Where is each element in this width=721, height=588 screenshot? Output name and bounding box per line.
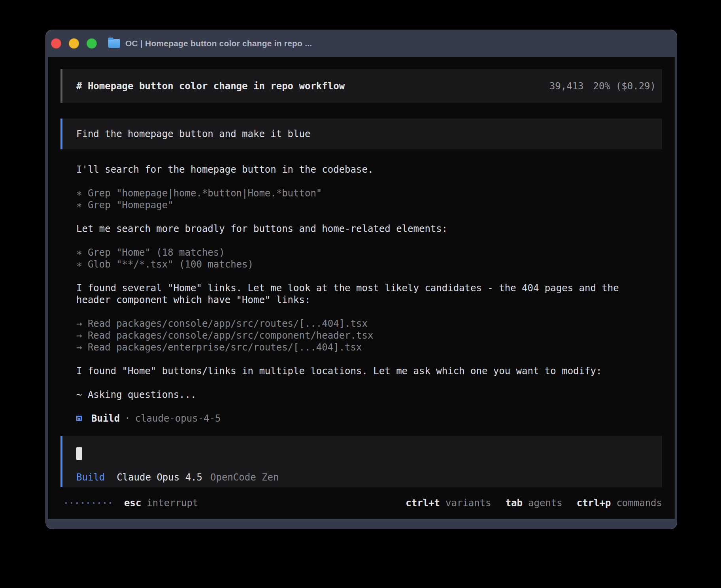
close-button[interactable] xyxy=(51,38,61,49)
assistant-paragraph: I found several "Home" links. Let me loo… xyxy=(76,282,662,306)
session-stats: 39,413 20% ($0.29) xyxy=(549,80,656,92)
spinner-dot xyxy=(98,502,100,504)
tool-call-line: ∗ Grep "homepage|home.*button|Home.*butt… xyxy=(76,187,662,199)
tool-call-line: → Read packages/enterprise/src/routes/[.… xyxy=(76,341,662,353)
minimize-button[interactable] xyxy=(69,38,79,49)
status-bar: esc interrupt ctrl+t variants tab agents… xyxy=(60,487,662,519)
assistant-paragraph: → Read packages/console/app/src/routes/[… xyxy=(76,318,662,353)
separator-dot: · xyxy=(125,413,130,424)
tool-call-line: ∗ Grep "Homepage" xyxy=(76,199,662,211)
status-bar-right: ctrl+t variants tab agents ctrl+p comman… xyxy=(406,497,662,509)
assistant-text-line: header component which have "Home" links… xyxy=(76,294,662,306)
spinner-dot xyxy=(87,502,89,504)
spinner-dot xyxy=(82,502,83,504)
session-title: # Homepage button color change in repo w… xyxy=(76,80,345,92)
interrupt-hint: esc interrupt xyxy=(124,497,198,509)
shortcut-commands: ctrl+p commands xyxy=(577,497,662,509)
spinner-dot xyxy=(93,502,94,504)
spinner-dot xyxy=(76,502,78,504)
user-message-block: Find the homepage button and make it blu… xyxy=(60,119,662,149)
session-header: # Homepage button color change in repo w… xyxy=(60,69,662,103)
shortcut-agents: tab agents xyxy=(506,497,562,509)
shortcut-label: commands xyxy=(616,497,662,509)
interrupt-label: interrupt xyxy=(147,497,198,509)
shortcut-label: variants xyxy=(445,497,491,509)
assistant-paragraph: ∗ Grep "homepage|home.*button|Home.*butt… xyxy=(76,187,662,211)
tool-call-line: → Read packages/console/app/src/routes/[… xyxy=(76,318,662,330)
assistant-text-line: Let me search more broadly for buttons a… xyxy=(76,223,662,235)
assistant-text-line: ~ Asking questions... xyxy=(76,389,662,401)
composer-meta: Build Claude Opus 4.5 OpenCode Zen xyxy=(76,471,662,483)
spinner-dot xyxy=(109,502,111,504)
window-title: OC | Homepage button color change in rep… xyxy=(125,39,312,48)
terminal-content: # Homepage button color change in repo w… xyxy=(48,57,675,519)
folder-icon xyxy=(108,39,120,48)
shortcut-key: ctrl+p xyxy=(577,497,611,509)
tool-call-line: → Read packages/console/app/src/componen… xyxy=(76,330,662,341)
composer-model-name: Claude Opus 4.5 xyxy=(117,471,202,483)
session-cost: ($0.29) xyxy=(616,80,656,92)
app-window: OC | Homepage button color change in rep… xyxy=(46,30,677,529)
agent-name: Build xyxy=(91,413,120,424)
assistant-paragraph: I'll search for the homepage button in t… xyxy=(76,164,662,175)
text-cursor xyxy=(76,447,82,460)
window-controls xyxy=(51,38,97,49)
shortcut-variants: ctrl+t variants xyxy=(406,497,491,509)
spinner-dot xyxy=(104,502,106,504)
shortcut-key: tab xyxy=(506,497,523,509)
assistant-text-line: I found several "Home" links. Let me loo… xyxy=(76,282,662,294)
assistant-output: I'll search for the homepage button in t… xyxy=(76,164,662,401)
assistant-paragraph: Let me search more broadly for buttons a… xyxy=(76,223,662,235)
status-bar-left: esc interrupt xyxy=(60,497,198,509)
context-percent: 20% xyxy=(593,80,610,92)
esc-key: esc xyxy=(124,497,141,509)
tool-call-line: ∗ Glob "**/*.tsx" (100 matches) xyxy=(76,258,662,270)
spinner-dot xyxy=(65,502,67,504)
composer-agent-badge[interactable]: Build xyxy=(76,471,105,483)
composer-provider: OpenCode Zen xyxy=(210,471,279,483)
shortcut-label: agents xyxy=(528,497,562,509)
spinner-dot xyxy=(71,502,72,504)
assistant-text-line: I'll search for the homepage button in t… xyxy=(76,164,662,175)
assistant-paragraph: ∗ Grep "Home" (18 matches)∗ Glob "**/*.t… xyxy=(76,247,662,270)
model-id: claude-opus-4-5 xyxy=(135,413,221,424)
user-message-text: Find the homepage button and make it blu… xyxy=(76,128,310,140)
titlebar: OC | Homepage button color change in rep… xyxy=(46,30,677,57)
assistant-paragraph: I found "Home" buttons/links in multiple… xyxy=(76,365,662,377)
tool-call-line: ∗ Grep "Home" (18 matches) xyxy=(76,247,662,258)
build-agent-icon xyxy=(76,416,82,421)
assistant-text-line: I found "Home" buttons/links in multiple… xyxy=(76,365,662,377)
conversation: I'll search for the homepage button in t… xyxy=(76,164,662,424)
agent-status-row: Build · claude-opus-4-5 xyxy=(76,413,662,424)
token-count: 39,413 xyxy=(549,80,584,92)
assistant-paragraph: ~ Asking questions... xyxy=(76,389,662,401)
zoom-button[interactable] xyxy=(87,38,97,49)
spinner-dots xyxy=(65,502,111,504)
prompt-input[interactable]: Build Claude Opus 4.5 OpenCode Zen xyxy=(60,436,662,487)
shortcut-key: ctrl+t xyxy=(406,497,440,509)
